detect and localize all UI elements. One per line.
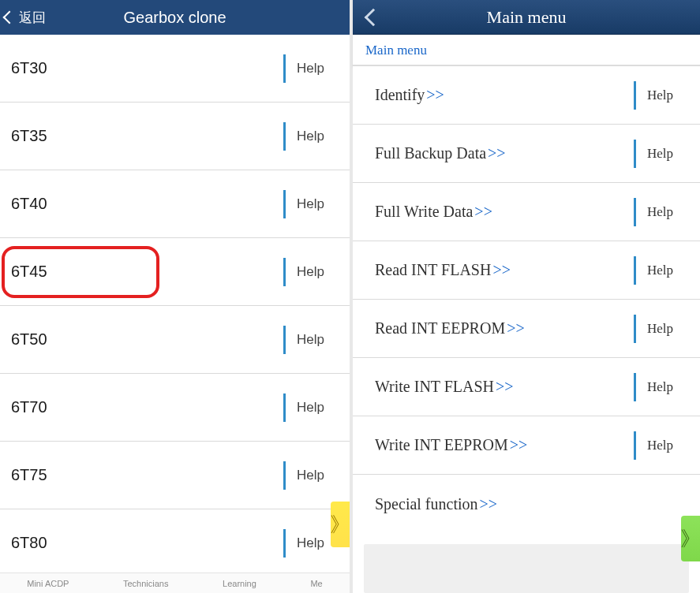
list-item[interactable]: 6T70 Help	[0, 374, 350, 442]
list-item[interactable]: Read INT EEPROM>> Help	[353, 300, 700, 358]
item-label[interactable]: Write INT FLASH>>	[353, 358, 634, 416]
help-button[interactable]: Help	[634, 256, 694, 285]
tab-mini-acdp[interactable]: Mini ACDP	[27, 579, 69, 588]
tab-learning[interactable]: Learning	[223, 579, 256, 588]
help-button[interactable]: Help	[634, 140, 694, 168]
item-label[interactable]: 6T45	[0, 238, 283, 305]
suffix-icon: >>	[488, 144, 506, 162]
item-label[interactable]: 6T30	[0, 35, 283, 102]
help-button[interactable]: Help	[634, 315, 694, 343]
list-item[interactable]: Read INT FLASH>> Help	[353, 241, 700, 300]
double-chevron-right-icon: 》	[680, 525, 700, 553]
help-button[interactable]: Help	[283, 393, 343, 422]
chevron-left-icon	[365, 8, 383, 26]
back-button[interactable]: 返回	[0, 0, 46, 35]
list-item[interactable]: Identify>> Help	[353, 66, 700, 125]
main-menu-pane: Main menu Main menu Identify>> Help Full…	[353, 0, 700, 593]
help-button[interactable]: Help	[283, 190, 343, 218]
list-item[interactable]: Write INT EEPROM>> Help	[353, 416, 700, 475]
help-button[interactable]: Help	[634, 431, 694, 460]
list-item[interactable]: 6T50 Help	[0, 306, 350, 374]
item-label[interactable]: Special function>>	[353, 475, 700, 533]
suffix-icon: >>	[492, 261, 511, 279]
suffix-icon: >>	[507, 319, 525, 338]
suffix-icon: >>	[496, 378, 514, 396]
item-label[interactable]: Full Write Data>>	[353, 183, 634, 241]
item-label[interactable]: Full Backup Data>>	[353, 125, 634, 182]
double-chevron-right-icon: 》	[330, 511, 350, 539]
tab-me[interactable]: Me	[310, 579, 322, 588]
list-item[interactable]: 6T30 Help	[0, 35, 350, 103]
tab-technicians[interactable]: Technicians	[123, 579, 168, 588]
help-button[interactable]: Help	[283, 54, 343, 83]
item-label[interactable]: 6T70	[0, 374, 283, 441]
item-label[interactable]: Read INT FLASH>>	[353, 241, 634, 299]
help-button[interactable]: Help	[283, 326, 343, 354]
header-bar: 返回 Gearbox clone	[0, 0, 350, 35]
item-label[interactable]: Read INT EEPROM>>	[353, 300, 634, 357]
list-item[interactable]: 6T35 Help	[0, 103, 350, 170]
help-button[interactable]: Help	[634, 198, 694, 226]
breadcrumb[interactable]: Main menu	[353, 35, 700, 66]
page-title: Gearbox clone	[0, 9, 350, 27]
item-label[interactable]: 6T40	[0, 170, 283, 237]
help-button[interactable]: Help	[283, 461, 343, 490]
help-button[interactable]: Help	[283, 122, 343, 151]
side-expand-tab[interactable]: 》	[681, 516, 700, 561]
bottom-placeholder	[364, 544, 689, 593]
bottom-tabbar: Mini ACDP Technicians Learning Me	[0, 572, 350, 593]
suffix-icon: >>	[480, 495, 498, 513]
item-label[interactable]: 6T80	[0, 509, 283, 572]
list-item[interactable]: 6T75 Help	[0, 442, 350, 509]
list-item[interactable]: Special function>>	[353, 475, 700, 533]
page-title: Main menu	[353, 7, 700, 28]
help-button[interactable]: Help	[283, 258, 343, 286]
list-item[interactable]: 6T40 Help	[0, 170, 350, 238]
item-label[interactable]: Identify>>	[353, 66, 634, 124]
back-button[interactable]	[353, 0, 380, 34]
suffix-icon: >>	[510, 436, 528, 454]
suffix-icon: >>	[474, 203, 492, 221]
header-bar: Main menu	[353, 0, 700, 35]
list-item[interactable]: Write INT FLASH>> Help	[353, 358, 700, 416]
suffix-icon: >>	[426, 86, 444, 104]
list-item[interactable]: 6T80 Help	[0, 509, 350, 572]
main-menu-list: Identify>> Help Full Backup Data>> Help …	[353, 66, 700, 544]
item-label[interactable]: 6T75	[0, 442, 283, 509]
item-label[interactable]: 6T35	[0, 103, 283, 170]
list-item[interactable]: Full Backup Data>> Help	[353, 125, 700, 183]
item-label[interactable]: 6T50	[0, 306, 283, 373]
item-label[interactable]: Write INT EEPROM>>	[353, 416, 634, 474]
gearbox-pane: 返回 Gearbox clone 6T30 Help 6T35 Help 6T4…	[0, 0, 350, 593]
back-label: 返回	[19, 9, 46, 27]
help-button[interactable]: Help	[634, 373, 694, 401]
gearbox-list: 6T30 Help 6T35 Help 6T40 Help 6T45 Help …	[0, 35, 350, 572]
help-button[interactable]: Help	[634, 81, 694, 110]
list-item-highlighted[interactable]: 6T45 Help	[0, 238, 350, 306]
list-item[interactable]: Full Write Data>> Help	[353, 183, 700, 241]
side-expand-tab[interactable]: 》	[331, 502, 350, 547]
chevron-left-icon	[3, 11, 17, 24]
